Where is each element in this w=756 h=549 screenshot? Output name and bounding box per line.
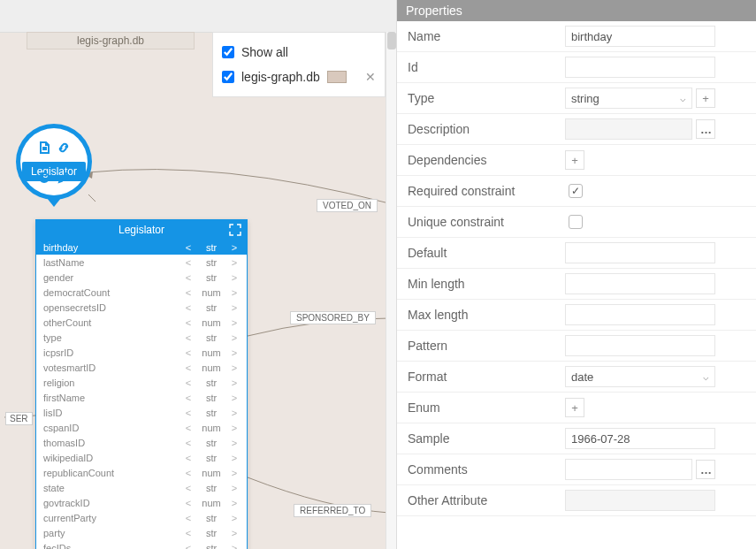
unique-checkbox[interactable] — [569, 215, 583, 229]
attr-row-religion[interactable]: religion<str> — [36, 375, 247, 390]
label-dependencies: Dependencies — [397, 153, 565, 167]
properties-panel: Properties Name Id Type string⌵ + Descri… — [396, 0, 756, 549]
attr-row-opensecretsID[interactable]: opensecretsID<str> — [36, 300, 247, 315]
attr-row-democratCount[interactable]: democratCount<num> — [36, 285, 247, 300]
sample-input[interactable] — [565, 428, 715, 449]
label-minlength: Min length — [397, 277, 565, 291]
document-icon — [37, 141, 51, 155]
properties-header: Properties — [397, 0, 756, 21]
attr-row-wikipediaID[interactable]: wikipediaID<str> — [36, 450, 247, 465]
add-enum-button[interactable]: + — [565, 398, 584, 417]
label-pattern: Pattern — [397, 339, 565, 353]
attr-row-republicanCount[interactable]: republicanCount<num> — [36, 465, 247, 480]
attr-row-fecIDs[interactable]: fecIDs<str> — [36, 540, 247, 549]
pattern-input[interactable] — [565, 335, 715, 356]
comments-input[interactable] — [565, 459, 692, 480]
maxlength-input[interactable] — [565, 304, 715, 325]
attr-row-votesmartID[interactable]: votesmartID<num> — [36, 360, 247, 375]
link-icon — [57, 141, 71, 155]
attr-row-state[interactable]: state<str> — [36, 480, 247, 495]
type-select[interactable]: string⌵ — [565, 88, 692, 109]
attr-row-birthday[interactable]: birthday<str> — [36, 240, 247, 255]
attr-row-lisID[interactable]: lisID<str> — [36, 405, 247, 420]
label-maxlength: Max length — [397, 308, 565, 322]
label-comments: Comments — [397, 462, 565, 477]
label-required: Required constraint — [397, 184, 565, 198]
attr-row-type[interactable]: type<str> — [36, 330, 247, 345]
canvas-scrollbar[interactable] — [386, 32, 396, 549]
attr-row-cspanID[interactable]: cspanID<num> — [36, 420, 247, 435]
default-input[interactable] — [565, 242, 715, 263]
circle-icon — [37, 171, 51, 185]
edge-label-ser: SER — [5, 412, 33, 425]
scrollbar-thumb[interactable] — [387, 32, 396, 50]
attr-row-thomasID[interactable]: thomasID<str> — [36, 435, 247, 450]
attr-row-firstName[interactable]: firstName<str> — [36, 390, 247, 405]
attr-row-currentParty[interactable]: currentParty<str> — [36, 510, 247, 525]
attr-row-otherCount[interactable]: otherCount<num> — [36, 315, 247, 330]
format-select[interactable]: date⌵ — [565, 366, 715, 387]
edge-label-voted-on: VOTED_ON — [317, 199, 378, 212]
attribute-table: Legislator birthday<str>lastName<str>gen… — [35, 219, 248, 549]
other-attribute-input[interactable] — [565, 490, 715, 511]
comments-more-button[interactable]: … — [696, 460, 715, 479]
chevron-down-icon: ⌵ — [703, 371, 709, 383]
chevron-down-icon: ⌵ — [680, 93, 686, 104]
label-unique: Unique constraint — [397, 215, 565, 229]
label-default: Default — [397, 246, 565, 260]
description-input[interactable] — [565, 118, 692, 140]
add-type-button[interactable]: + — [696, 88, 715, 108]
svg-point-0 — [40, 173, 49, 182]
label-other: Other Attribute — [397, 493, 565, 507]
expand-icon[interactable] — [229, 223, 241, 235]
id-input[interactable] — [565, 57, 715, 78]
add-dependency-button[interactable]: + — [565, 150, 584, 170]
label-enum: Enum — [397, 400, 565, 415]
attr-row-lastName[interactable]: lastName<str> — [36, 255, 247, 270]
label-sample: Sample — [397, 431, 565, 446]
minlength-input[interactable] — [565, 273, 715, 294]
attribute-table-header[interactable]: Legislator — [36, 220, 247, 240]
required-checkbox[interactable] — [569, 184, 583, 198]
node-legislator[interactable]: Legislator — [16, 124, 92, 200]
label-id: Id — [397, 60, 565, 74]
pencil-icon — [57, 171, 71, 185]
label-name: Name — [397, 29, 565, 43]
attr-row-govtrackID[interactable]: govtrackID<num> — [36, 495, 247, 510]
attr-row-gender[interactable]: gender<str> — [36, 270, 247, 285]
edge-label-sponsored-by: SPONSORED_BY — [290, 311, 376, 324]
label-format: Format — [397, 370, 565, 384]
edge-label-referred-to: REFERRED_TO — [294, 504, 371, 517]
attr-row-icpsrID[interactable]: icpsrID<num> — [36, 345, 247, 360]
label-type: Type — [397, 91, 565, 105]
canvas-area: legis-graph.db Show all legis-graph.db ✕… — [0, 0, 396, 549]
description-more-button[interactable]: … — [696, 119, 715, 139]
label-description: Description — [397, 122, 565, 136]
attr-row-party[interactable]: party<str> — [36, 525, 247, 540]
name-input[interactable] — [565, 26, 715, 47]
